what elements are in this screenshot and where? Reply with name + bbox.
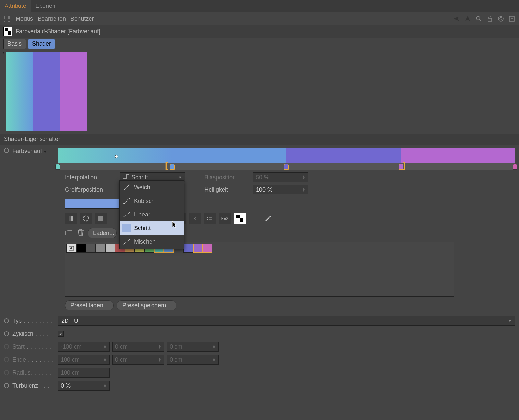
- blend-curve-icon: [122, 238, 131, 246]
- biasposition-field[interactable]: 50 %▲▼: [253, 172, 308, 182]
- target-icon[interactable]: [497, 15, 505, 23]
- dd-schritt[interactable]: Schritt: [120, 221, 184, 235]
- anim-dot-typ[interactable]: [4, 318, 9, 323]
- tab-shader[interactable]: Shader: [28, 39, 55, 49]
- radius-field[interactable]: 100 cm: [58, 368, 110, 378]
- svg-rect-23: [236, 215, 240, 218]
- top-tabs: Attribute Ebenen: [0, 0, 519, 12]
- search-icon[interactable]: [475, 15, 483, 23]
- load-btn[interactable]: Laden...: [88, 228, 117, 238]
- helligkeit-field[interactable]: 100 %▲▼: [253, 185, 308, 194]
- shader-type-icon: [3, 27, 12, 36]
- step-curve-icon: [122, 224, 131, 232]
- swatch-violet[interactable]: [193, 244, 203, 253]
- svg-point-17: [83, 216, 89, 221]
- step-curve-icon: [123, 174, 129, 181]
- start-y[interactable]: 0 cm▲▼: [112, 342, 164, 352]
- anim-dot-radius: [4, 370, 9, 375]
- swatch-picker-icon[interactable]: [66, 244, 76, 253]
- svg-point-2: [476, 16, 480, 20]
- tab-attribute[interactable]: Attribute: [0, 0, 31, 12]
- svg-point-7: [501, 18, 501, 19]
- ende-z[interactable]: 0 cm▲▼: [167, 355, 219, 365]
- label-typ: Typ . . . . . . . .: [12, 318, 54, 324]
- section-header: Shader-Eigenschaften: [0, 134, 519, 145]
- color-wheel-btn[interactable]: [80, 213, 92, 224]
- tab-layers[interactable]: Ebenen: [31, 0, 60, 12]
- interpolation-dropdown: Weich Kubisch Linear Schritt Mischen: [119, 180, 184, 249]
- label-start: Start . . . . . . .: [12, 344, 54, 350]
- ende-y[interactable]: 0 cm▲▼: [112, 355, 164, 365]
- grid-icon[interactable]: [3, 15, 11, 23]
- dd-weich[interactable]: Weich: [120, 181, 184, 194]
- label-biasposition: Biasposition: [204, 174, 250, 181]
- menu-modus[interactable]: Modus: [16, 16, 33, 22]
- chevron-down-icon: ▼: [178, 175, 182, 179]
- lock-icon[interactable]: [486, 15, 494, 23]
- back-arrow-icon[interactable]: [453, 15, 461, 23]
- eyedropper-icon[interactable]: [264, 214, 272, 224]
- smooth-curve-icon: [122, 183, 131, 192]
- checker-btn[interactable]: [234, 213, 246, 224]
- preset-row: Preset laden... Preset speichern...: [0, 298, 519, 313]
- dd-mischen[interactable]: Mischen: [120, 235, 184, 249]
- spectrum-btn[interactable]: [95, 213, 107, 224]
- object-header: Farbverlauf-Shader [Farbverlauf]: [0, 25, 519, 38]
- preset-save-btn[interactable]: Preset speichern...: [117, 300, 176, 310]
- preset-load-btn[interactable]: Preset laden...: [65, 300, 114, 310]
- svg-rect-24: [240, 218, 243, 222]
- mode-hex-btn[interactable]: HEX: [219, 213, 231, 224]
- label-radius: Radius. . . . . .: [12, 369, 54, 376]
- swatch-magenta[interactable]: [203, 244, 212, 253]
- dd-linear[interactable]: Linear: [120, 208, 184, 221]
- start-z[interactable]: 0 cm▲▼: [167, 342, 219, 352]
- turbulenz-field[interactable]: 0 %▲▼: [58, 381, 110, 391]
- bottom-props: Typ . . . . . . . . 2D - U▼ Zyklisch . .…: [0, 313, 519, 393]
- anim-dot-farbverlauf[interactable]: [4, 148, 9, 153]
- svg-rect-4: [488, 18, 492, 21]
- svg-rect-18: [98, 216, 103, 221]
- up-arrow-icon[interactable]: [464, 15, 472, 23]
- label-interpolation: Interpolation: [65, 174, 117, 181]
- swatch-black[interactable]: [76, 244, 86, 253]
- subtabs: Basis Shader: [0, 38, 519, 50]
- mode-k-btn[interactable]: K: [189, 213, 201, 224]
- gradient-editor[interactable]: [ ]: [58, 148, 515, 166]
- menu-bearbeiten[interactable]: Bearbeiten: [38, 16, 66, 22]
- start-x[interactable]: -100 cm▲▼: [58, 342, 110, 352]
- mixer-btn[interactable]: [204, 213, 216, 224]
- svg-rect-19: [207, 217, 208, 218]
- svg-text:+: +: [71, 229, 73, 233]
- svg-rect-1: [4, 16, 10, 22]
- svg-rect-13: [8, 28, 11, 31]
- svg-rect-12: [8, 31, 11, 35]
- anim-dot-turbulenz[interactable]: [4, 383, 9, 388]
- anim-dot-zyklisch[interactable]: [4, 331, 9, 336]
- add-swatch-icon[interactable]: +: [65, 228, 74, 238]
- dd-kubisch[interactable]: Kubisch: [120, 194, 184, 208]
- svg-rect-11: [5, 28, 8, 31]
- menu-benutzer[interactable]: Benutzer: [70, 16, 94, 22]
- svg-rect-20: [207, 219, 208, 220]
- tab-basis[interactable]: Basis: [3, 39, 26, 49]
- anim-dot-ende: [4, 357, 9, 362]
- add-panel-icon[interactable]: [508, 15, 516, 23]
- label-farbverlauf: Farbverlauf ▼: [12, 148, 54, 155]
- swatch-gray[interactable]: [96, 244, 105, 253]
- svg-rect-14: [5, 31, 8, 35]
- collapse-icon[interactable]: ▼: [1, 50, 5, 55]
- swatch-indigo[interactable]: [183, 244, 193, 253]
- linear-curve-icon: [122, 210, 131, 219]
- zyklisch-checkbox[interactable]: ✔: [58, 331, 64, 337]
- ende-x[interactable]: 100 cm▲▼: [58, 355, 110, 365]
- brightness-btn[interactable]: [65, 213, 77, 224]
- typ-combo[interactable]: 2D - U▼: [58, 316, 515, 326]
- anim-dot-start: [4, 344, 9, 349]
- swatch-dkgray[interactable]: [86, 244, 96, 253]
- object-title: Farbverlauf-Shader [Farbverlauf]: [16, 28, 100, 35]
- svg-rect-16: [69, 216, 71, 221]
- gradient-preview[interactable]: [6, 52, 87, 131]
- swatch-ltgray[interactable]: [105, 244, 115, 253]
- trash-icon[interactable]: [77, 228, 84, 238]
- cubic-curve-icon: [122, 197, 131, 205]
